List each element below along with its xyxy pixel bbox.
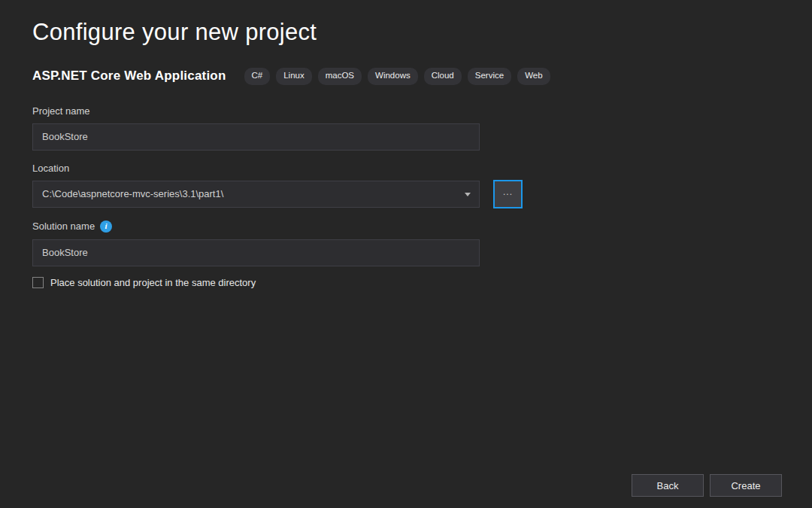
location-combobox[interactable]: C:\Code\aspnetcore-mvc-series\3.1\part1\	[32, 181, 480, 208]
tag-cloud: Cloud	[424, 68, 462, 85]
info-icon[interactable]: i	[100, 221, 112, 233]
same-directory-checkbox[interactable]	[32, 277, 44, 288]
tag-macos: macOS	[318, 68, 362, 85]
solution-name-label: Solution name i	[32, 221, 780, 233]
configure-project-dialog: Configure your new project ASP.NET Core …	[0, 0, 812, 508]
dialog-content: Configure your new project ASP.NET Core …	[0, 0, 812, 288]
chevron-down-icon[interactable]	[465, 193, 471, 196]
project-name-label: Project name	[32, 105, 780, 117]
template-info-row: ASP.NET Core Web Application C# Linux ma…	[32, 68, 780, 85]
back-button[interactable]: Back	[632, 474, 704, 497]
tag-service: Service	[468, 68, 511, 85]
template-name: ASP.NET Core Web Application	[32, 68, 226, 84]
same-directory-label: Place solution and project in the same d…	[50, 277, 256, 288]
solution-name-field-group: Solution name i	[32, 221, 780, 266]
solution-name-input[interactable]	[32, 239, 480, 266]
browse-location-button[interactable]: ...	[493, 180, 523, 208]
dialog-footer: Back Create	[632, 474, 782, 497]
tag-windows: Windows	[368, 68, 418, 85]
create-button[interactable]: Create	[710, 474, 782, 497]
same-directory-row: Place solution and project in the same d…	[32, 277, 780, 288]
tag-web: Web	[517, 68, 550, 85]
template-tags: C# Linux macOS Windows Cloud Service Web	[244, 68, 550, 85]
project-name-input[interactable]	[32, 123, 480, 151]
location-row: C:\Code\aspnetcore-mvc-series\3.1\part1\…	[32, 181, 780, 208]
tag-linux: Linux	[276, 68, 312, 85]
location-field-group: Location C:\Code\aspnetcore-mvc-series\3…	[32, 163, 780, 208]
tag-csharp: C#	[244, 68, 271, 85]
solution-name-label-text: Solution name	[32, 221, 95, 232]
page-title: Configure your new project	[32, 19, 780, 46]
project-name-field-group: Project name	[32, 105, 780, 151]
location-label: Location	[32, 163, 780, 174]
location-value: C:\Code\aspnetcore-mvc-series\3.1\part1\	[42, 188, 223, 199]
